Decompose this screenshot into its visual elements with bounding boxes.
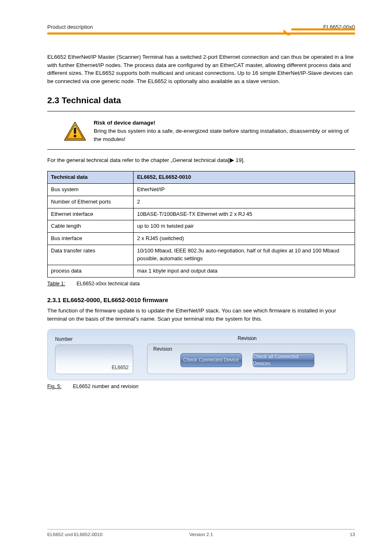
warning-icon xyxy=(64,121,86,141)
page-header: Product description EL6652-00x0 xyxy=(47,0,355,32)
th-2: EL6652, EL6652-0010 xyxy=(134,171,355,184)
warning-body: Bring the bus system into a safe, de-ene… xyxy=(94,128,349,142)
intro-paragraph: EL6652 EtherNet/IP Master (Scanner) Term… xyxy=(47,53,355,85)
revision-frame: Revision Check Connected Device Check al… xyxy=(147,344,347,374)
number-input[interactable]: EL6652 xyxy=(55,345,133,374)
header-left: Product description xyxy=(47,24,315,32)
footer-right: 13 xyxy=(252,532,355,537)
rule-bottom xyxy=(47,149,355,150)
subsection-heading: 2.3.1 EL6652-0000, EL6652-0010 firmware xyxy=(47,296,355,305)
table-row: Number of Ethernet ports2 xyxy=(48,196,355,208)
header-rule xyxy=(47,32,355,37)
footer-left: EL6652 und EL6652-0010 xyxy=(47,532,150,537)
fig-label: Fig. 5: xyxy=(47,384,71,389)
revision-frame-title: Revision xyxy=(153,346,172,353)
warning-text: Risk of device damage! Bring the bus sys… xyxy=(94,119,355,144)
general-link[interactable]: „General technical data[▶ 19] xyxy=(171,157,243,163)
svg-point-3 xyxy=(74,135,76,137)
warning-title: Risk of device damage! xyxy=(94,120,155,126)
footer-center: Version 2.1 xyxy=(150,532,253,537)
table-caption: Table 1: EL6652-x0xx technical data xyxy=(47,280,355,287)
page: Product description EL6652-00x0 EL6652 E… xyxy=(0,0,392,555)
fig-text: EL6652 number and revision xyxy=(73,384,138,389)
table-row: Bus interface2 x RJ45 (switched) xyxy=(48,233,355,245)
check-all-devices-button[interactable]: Check all Connected Devices xyxy=(253,353,314,367)
table-row: Data transfer rates10/100 Mbaud, IEEE 80… xyxy=(48,245,355,265)
table-row: Cable lengthup to 100 m twisted pair xyxy=(48,220,355,233)
revision-top-label: Revision xyxy=(147,335,347,342)
caption-label: Table 1: xyxy=(47,281,75,287)
section-heading: 2.3 Technical data xyxy=(47,94,355,106)
table-header-row: Technical data EL6652, EL6652-0010 xyxy=(48,171,355,184)
caption-text: EL6652-x0xx technical data xyxy=(76,281,140,287)
firmware-paragraph: The function of the firmware update is t… xyxy=(47,307,355,323)
gui-panel: Number EL6652 Revision Revision Check Co… xyxy=(47,329,355,380)
th-1: Technical data xyxy=(48,171,134,184)
check-device-button[interactable]: Check Connected Device xyxy=(180,353,242,367)
content: EL6652 EtherNet/IP Master (Scanner) Term… xyxy=(47,37,355,390)
page-footer: EL6652 und EL6652-0010 Version 2.1 13 xyxy=(47,529,355,537)
spec-table: Technical data EL6652, EL6652-0010 Bus s… xyxy=(47,171,355,278)
table-row: Bus systemEtherNet/IP xyxy=(48,183,355,196)
header-right: EL6652-00x0 xyxy=(315,24,355,32)
number-label: Number xyxy=(55,336,137,343)
warning-row: Risk of device damage! Bring the bus sys… xyxy=(47,111,355,150)
table-row: Ethernet interface10BASE-T/100BASE-TX Et… xyxy=(48,208,355,220)
figure-caption: Fig. 5: EL6652 number and revision xyxy=(47,383,355,390)
table-row: process datamax 1 kbyte input and output… xyxy=(48,265,355,277)
svg-rect-2 xyxy=(74,128,76,134)
general-note: For the general technical data refer to … xyxy=(47,156,355,164)
